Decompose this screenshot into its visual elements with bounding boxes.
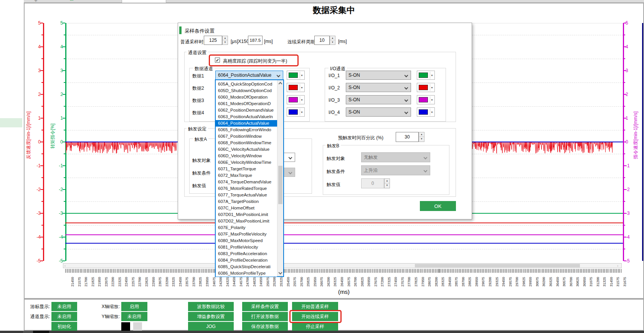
normal-sample-time-input[interactable]: 125: [204, 36, 222, 45]
sample-settings-button[interactable]: 采样条件设置: [242, 302, 288, 311]
dropdown-list-item[interactable]: 6060_ModesOfOperation: [216, 94, 277, 101]
x-tick-label: 27950: [416, 273, 420, 287]
channel-color-button[interactable]: ▼: [417, 107, 435, 117]
jog-button[interactable]: JOG: [188, 322, 234, 331]
trigger-b-condition-select[interactable]: 上升沿: [361, 165, 430, 175]
pretrigger-percent-input[interactable]: 30: [396, 132, 419, 142]
save-waveform-button[interactable]: 保存波形数据: [242, 322, 288, 331]
y-zoom-button[interactable]: 未启用: [121, 312, 147, 321]
waveform-compare-button[interactable]: 波形数据比较: [188, 302, 234, 311]
x-tick-label: 21575: [73, 273, 76, 287]
dropdown-list-item[interactable]: 6067_PositionWindow: [216, 133, 277, 140]
dropdown-list-item[interactable]: 6077_TorqueActualValue: [216, 192, 277, 198]
dropdown-list-item[interactable]: 6068_PositionWindowTime: [216, 140, 277, 146]
trigger-b-value-stepper[interactable]: ▲▼: [384, 178, 390, 188]
dropdown-list-item[interactable]: 606D_VelocityWindow: [216, 153, 277, 159]
channel-select[interactable]: S-ON: [346, 95, 411, 104]
x-tick-label: 30075: [530, 273, 534, 287]
dropdown-scrollbar[interactable]: [277, 80, 283, 276]
dropdown-list-item[interactable]: 607A_TargetPosition: [216, 198, 277, 205]
dropdown-list-item[interactable]: 605D_ShutdownOptionCod: [216, 87, 277, 94]
scroll-left-icon[interactable]: ‹: [64, 264, 68, 267]
dropdown-scrollbar-thumb[interactable]: [278, 166, 282, 204]
channel-color-button[interactable]: ▼: [417, 83, 435, 92]
y-axis-minor-tick: [41, 35, 43, 35]
trigger-b-object-select[interactable]: 无触发: [361, 152, 430, 162]
channel-select[interactable]: 6064_PositionActualValue: [215, 71, 283, 80]
background-color-swatch[interactable]: [121, 322, 130, 331]
dropdown-list-item[interactable]: 6061_ModesOfOperationD: [216, 101, 277, 107]
dropdown-list-item[interactable]: 605A_QuickStopOptionCod: [216, 81, 277, 87]
y-axis-minor-tick: [41, 106, 43, 107]
dropdown-arrow-icon: ▼: [301, 99, 303, 101]
channel-color-button[interactable]: ▼: [287, 83, 305, 92]
x-tick-label: 31325: [598, 273, 601, 287]
dropdown-list-item[interactable]: 6063_PositionActualValueIn: [216, 114, 277, 120]
initialize-button[interactable]: 初始化: [51, 322, 77, 331]
scrollbar-thumb[interactable]: [415, 264, 580, 267]
dropdown-list-item[interactable]: 607F_MaxProfileVelocity: [216, 231, 277, 237]
y-axis-tick: [40, 189, 43, 190]
scroll-down-icon[interactable]: [279, 271, 282, 275]
dropdown-list-item[interactable]: 607D02_MaxPositionLimit: [216, 218, 277, 224]
channel-select[interactable]: S-ON: [346, 83, 411, 92]
dropdown-list-item[interactable]: 6072_MaxTorque: [216, 172, 277, 179]
pretrigger-percent-stepper[interactable]: ▲▼: [419, 132, 424, 142]
x-tick-label: 23700: [187, 273, 191, 287]
trigger-b-value-input[interactable]: 0: [361, 178, 384, 188]
x-tick-label: 30450: [551, 273, 555, 287]
channel-display-button[interactable]: 未启用: [51, 312, 77, 321]
y-axis-minor-tick: [624, 225, 625, 226]
gain-settings-button[interactable]: 增益参数设置: [188, 312, 234, 321]
chart-horizontal-scrollbar[interactable]: ‹ ›: [63, 263, 622, 268]
dropdown-list-item[interactable]: 6064_PositionActualValue: [216, 120, 277, 127]
open-waveform-button[interactable]: 打开波形数据: [242, 312, 288, 321]
y-axis-tick: [63, 165, 65, 166]
dropdown-list-item[interactable]: 6081_ProfileVelocity: [216, 244, 277, 251]
dropdown-list-item[interactable]: 6076_MotorRatedTorque: [216, 185, 277, 192]
channel-color-button[interactable]: ▼: [287, 71, 305, 80]
scroll-right-icon[interactable]: ›: [617, 264, 620, 267]
trigger-b-condition-label: 触发条件: [327, 168, 345, 175]
channel-color-button[interactable]: ▼: [287, 95, 305, 104]
dropdown-list-item[interactable]: 6083_ProfileAcceleration: [216, 251, 277, 257]
dropdown-list-item[interactable]: 6065_FollowingErrorWindo: [216, 127, 277, 133]
y-axis-tick-label: 2: [52, 92, 63, 97]
dropdown-list-item[interactable]: 6071_TargetTorque: [216, 166, 277, 172]
dropdown-list-item[interactable]: 6084_ProfileDeceleration: [216, 257, 277, 264]
dropdown-list-item[interactable]: 6086_MotionProfileType: [216, 270, 277, 277]
dropdown-list-item[interactable]: 6074_TorqueDemandValue: [216, 179, 277, 185]
normal-sample-time-stepper[interactable]: ▲▼: [222, 36, 228, 45]
dropdown-list-item[interactable]: 607D01_MinPositionLimit: [216, 211, 277, 218]
dropdown-list-item[interactable]: 606E_VelocityWindowTime: [216, 159, 277, 166]
scroll-up-icon[interactable]: [279, 82, 282, 86]
dropdown-arrow-icon: ▼: [431, 99, 433, 101]
dropdown-list-item[interactable]: 6085_QuickStopDecelerati: [216, 264, 277, 270]
continuous-period-input[interactable]: 10: [314, 36, 330, 45]
x-zoom-button[interactable]: 启用: [121, 302, 147, 311]
x-tick-label: 31575: [611, 273, 615, 287]
dropdown-arrow-icon: ▼: [301, 111, 303, 114]
grid-color-swatch[interactable]: [133, 322, 142, 331]
dropdown-list-item[interactable]: 607E_Polarity: [216, 224, 277, 231]
dropdown-list-item[interactable]: 606C_VelocityActualValue: [216, 146, 277, 153]
taskbar-segment-dark: [33, 331, 49, 333]
dropdown-list-item[interactable]: 607C_HomeOffset: [216, 205, 277, 211]
continuous-period-unit: [ms]: [338, 39, 347, 44]
x-tick-label: 26450: [335, 273, 339, 287]
cursor-display-button[interactable]: 未启用: [51, 302, 77, 311]
channel-color-button[interactable]: ▼: [417, 95, 435, 104]
dropdown-list-item[interactable]: 6080_MaxMotorSpeed: [216, 237, 277, 244]
x-tick-label: 23825: [193, 273, 197, 287]
stop-sampling-button[interactable]: 停止采样: [292, 322, 338, 331]
y-axis-tick-label: -4: [52, 235, 63, 239]
data1-dropdown-list[interactable]: 605A_QuickStopOptionCod605D_ShutdownOpti…: [215, 79, 284, 277]
channel-select[interactable]: S-ON: [346, 71, 411, 80]
continuous-period-stepper[interactable]: ▲▼: [330, 36, 335, 45]
sample-time-result-input[interactable]: 187.5: [248, 36, 263, 45]
channel-color-button[interactable]: ▼: [417, 71, 435, 80]
channel-select[interactable]: S-ON: [346, 107, 411, 117]
channel-color-button[interactable]: ▼: [287, 107, 305, 117]
ok-button[interactable]: OK: [420, 201, 456, 211]
dropdown-list-item[interactable]: 6062_PositionDemandValue: [216, 107, 277, 114]
